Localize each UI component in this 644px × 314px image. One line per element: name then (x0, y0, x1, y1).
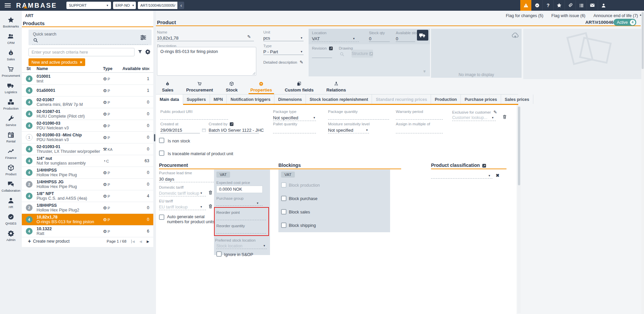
tab-procurement[interactable]: Procurement (184, 80, 215, 94)
chevron-down-icon[interactable]: ▼ (313, 116, 316, 119)
table-row[interactable]: 2 1/4HHPSS JG Hollow Hex Pipe Plug ⚙P 0 (22, 179, 153, 190)
environment-select[interactable]: SUPPORT ▼ (66, 2, 111, 9)
warranty-period-input[interactable] (396, 119, 443, 120)
expand-chevron-icon[interactable]: » (422, 70, 427, 72)
name-value[interactable]: 10,82x1,78 (157, 36, 178, 41)
sidebar-item-service[interactable]: Service (0, 113, 22, 129)
detailed-description-link[interactable]: Detailed description ✎ (263, 60, 303, 65)
is-traceable-checkbox[interactable] (159, 150, 164, 156)
first-page-button[interactable]: ◀ (131, 240, 135, 243)
is-non-stock-checkbox[interactable] (159, 138, 164, 143)
tab-custom-fields[interactable]: Custom fields (283, 80, 316, 94)
table-row[interactable]: 4 1/4HHPSS Hollow Hex Pipe Plug ⚙P 0 (22, 167, 153, 179)
search-input[interactable] (29, 48, 135, 56)
table-row[interactable]: 4 10.1322 Ratt ⚙P 6 (22, 226, 153, 237)
subtab[interactable]: Standard recurring prices (372, 95, 431, 104)
expected-cost-input[interactable]: 0.0000 NOK (216, 186, 263, 193)
column-header-stock[interactable]: Available stock ... (122, 66, 149, 71)
sliders-icon[interactable] (140, 34, 147, 41)
header-action-link[interactable]: Announce end of life (7) (593, 13, 638, 18)
sidebar-item-logistics[interactable]: Logistics (0, 80, 22, 96)
clear-icon[interactable]: ✖ (496, 173, 499, 178)
chevron-down-icon[interactable]: ▼ (256, 202, 259, 205)
table-row[interactable]: 4 1/8" NPT Plugs C.S. and A4SS (4ea) ⚙P … (22, 190, 153, 202)
hamburger-menu-icon[interactable] (5, 2, 11, 8)
sidebar-item-crm[interactable]: CRM (0, 30, 22, 47)
header-action-link[interactable]: Flag for changes (5) (506, 13, 543, 18)
sidebar-item-procurement[interactable]: Procurement (0, 63, 22, 80)
external-link-icon[interactable]: ↗ (230, 122, 233, 126)
filter-icon[interactable] (138, 49, 143, 54)
package-quantity-input[interactable] (328, 119, 389, 120)
edit-icon[interactable]: ✎ (247, 34, 251, 39)
customer-lookup-input[interactable]: Customer lookup... (452, 115, 487, 120)
blocking-checkbox[interactable] (281, 196, 286, 201)
system-select[interactable]: ERP-NO ▼ (113, 2, 136, 9)
attachments-button[interactable] (565, 0, 576, 11)
chevron-down-icon[interactable]: ▼ (300, 50, 303, 53)
eu-tariff-lookup[interactable]: EU tariff lookup (159, 205, 187, 209)
task-list-button[interactable] (576, 0, 587, 11)
moisture-level-select[interactable]: Not specified (328, 128, 353, 133)
assign-multiple-input[interactable] (396, 133, 443, 133)
subtab[interactable]: Suppliers (183, 95, 210, 104)
purchase-group-select[interactable] (216, 205, 263, 206)
calendar-icon[interactable] (202, 128, 206, 132)
sidebar-item-product[interactable]: Product (0, 162, 22, 178)
subtab[interactable]: Production (431, 95, 461, 104)
chevron-down-icon[interactable]: ▼ (263, 244, 266, 247)
table-row[interactable]: 4 02-01087-01 HUIU Complete (Pilot ctrl)… (22, 108, 153, 120)
document-id-input[interactable]: ART/100046/100005/ (138, 2, 177, 9)
table-row[interactable]: 4 02-01067 Camera mini, BRW 7p M ⚙P 0 (22, 97, 153, 108)
profile-button[interactable] (598, 0, 609, 11)
auto-serial-checkbox[interactable] (159, 214, 164, 220)
settings-gear-icon[interactable] (145, 49, 151, 55)
blocking-checkbox[interactable] (281, 209, 286, 214)
subtab[interactable]: MPN (210, 95, 227, 104)
external-link-icon[interactable]: ↗ (482, 164, 486, 168)
purchase-lead-time-value[interactable]: 30 days (159, 177, 174, 182)
messages-button[interactable] (587, 0, 598, 11)
content-scrollbar[interactable] (518, 106, 521, 313)
search-icon[interactable] (339, 52, 344, 57)
create-new-product-button[interactable]: + Create new product (28, 238, 69, 244)
splitter-grip[interactable] (154, 134, 155, 141)
trash-icon[interactable] (502, 114, 507, 119)
help-button[interactable]: ? (542, 0, 553, 11)
description-textarea[interactable]: O-rings BS-013 for firing piston (157, 47, 256, 76)
image-drop-area[interactable]: No image to display (431, 29, 522, 78)
trash-icon[interactable] (208, 190, 213, 195)
chevron-down-icon[interactable]: ▼ (300, 37, 303, 40)
location-select[interactable]: VAT (312, 36, 320, 41)
sidebar-item-production[interactable]: Production (0, 96, 22, 113)
chevron-down-icon[interactable]: ▼ (366, 129, 368, 132)
preferred-stock-location-select[interactable]: Stock location (216, 244, 243, 248)
table-row[interactable]: 4 02-01093-01 Thruster, LX Thruster wo/p… (22, 143, 153, 155)
back-button[interactable]: ‹ (178, 2, 184, 9)
subtab[interactable]: Purchase prices (461, 95, 501, 104)
subtab[interactable]: Sales prices (501, 95, 533, 104)
sidebar-item-sales[interactable]: Sales (0, 47, 22, 63)
domestic-tariff-lookup[interactable]: Domestic tariff lookup (159, 191, 199, 196)
type-select[interactable]: P - Part (263, 49, 278, 54)
blocking-checkbox[interactable] (281, 223, 286, 228)
scrollbar-thumb[interactable] (642, 12, 644, 69)
table-row[interactable]: 2 1/8HHPSS Hollow Hex Pipe Plug2 ⚙P 0 (22, 202, 153, 214)
chevron-down-icon[interactable]: ▼ (491, 116, 494, 119)
favorites-button[interactable] (553, 0, 565, 11)
trash-icon[interactable] (208, 204, 213, 209)
page-scrollbar[interactable] (641, 11, 644, 314)
chevron-down-icon[interactable]: ▼ (488, 174, 491, 177)
table-row[interactable]: 4 01a50001 ⚙P 1 (22, 85, 153, 97)
sidebar-item-finance[interactable]: Finance (0, 145, 22, 162)
tab-properties[interactable]: Properties (249, 80, 274, 94)
prev-page-button[interactable]: ◀ (140, 240, 142, 243)
sidebar-item-qhses[interactable]: QHSES (0, 211, 22, 228)
column-header-type[interactable]: Type (103, 66, 122, 71)
revision-input[interactable] (312, 58, 332, 58)
rambase-logo[interactable]: RAMBASE (16, 2, 57, 9)
column-header-status[interactable]: St (22, 66, 37, 71)
panel-splitter[interactable] (153, 11, 156, 314)
alerts-button[interactable] (520, 0, 531, 11)
public-product-uri-input[interactable] (160, 119, 228, 120)
